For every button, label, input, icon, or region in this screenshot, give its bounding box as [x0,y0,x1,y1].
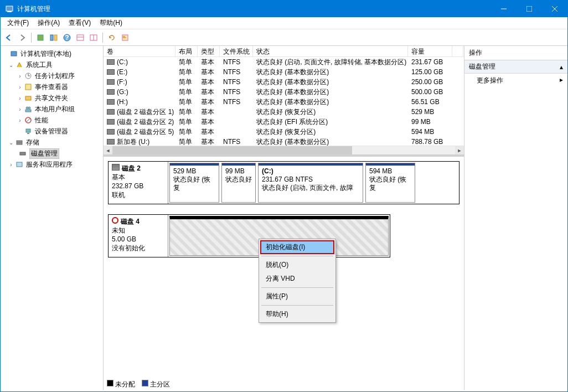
svg-rect-32 [17,143,22,145]
volume-list: 卷 布局 类型 文件系统 状态 容量 (C:)简单基本NTFS状态良好 (启动,… [104,46,464,157]
app-icon [5,4,14,13]
actions-header: 操作 [464,46,567,60]
titlebar: 计算机管理 [1,1,567,17]
disk-4-info: 磁盘 4 未知 5.00 GB 没有初始化 [109,215,168,257]
svg-rect-31 [17,141,22,142]
disk-graphical-view: 磁盘 2 基本 232.87 GB 联机 529 MB状态良好 (恢复 99 M… [104,157,464,390]
menu-help[interactable]: 帮助(H) [95,17,127,29]
ctx-initialize-disk[interactable]: 初始化磁盘(I) [260,240,334,254]
svg-rect-8 [54,35,57,40]
scroll-left-icon[interactable]: ◄ [104,146,112,155]
tree-event-viewer[interactable]: ›事件查看器 [2,81,102,92]
actions-pane: 操作 磁盘管理▴ 更多操作▸ [464,46,567,390]
forward-button[interactable] [16,32,28,44]
svg-rect-1 [7,11,12,12]
menubar: 文件(F) 操作(A) 查看(V) 帮助(H) [1,17,567,29]
tree-services[interactable]: ›服务和应用程序 [2,159,102,170]
scroll-right-icon[interactable]: ► [455,146,464,155]
toolbar: ? [1,29,567,46]
properties-button[interactable] [119,32,131,44]
tree-system-tools[interactable]: ⌄系统工具 [2,59,102,70]
ctx-detach-vhd[interactable]: 分离 VHD [260,272,334,286]
ctx-help[interactable]: 帮助(H) [260,307,334,321]
svg-rect-29 [26,129,30,132]
disk2-partition-5[interactable]: 594 MB状态良好 (恢复 [365,163,415,203]
tree-performance[interactable]: ›性能 [2,115,102,126]
volume-row[interactable]: (磁盘 2 磁盘分区 2)简单基本状态良好 (EFI 系统分区)99 MB [104,117,464,127]
svg-rect-18 [11,51,17,56]
svg-rect-23 [25,96,31,100]
ctx-offline[interactable]: 脱机(O) [260,258,334,272]
col-filesystem[interactable]: 文件系统 [220,46,253,56]
disk-2-row[interactable]: 磁盘 2 基本 232.87 GB 联机 529 MB状态良好 (恢复 99 M… [108,161,459,204]
tree-local-users[interactable]: ›本地用户和组 [2,104,102,115]
col-capacity[interactable]: 容量 [408,46,452,56]
legend-primary-swatch [142,380,148,386]
legend-unallocated-swatch [107,380,113,386]
ctx-properties[interactable]: 属性(P) [260,290,334,303]
minimize-button[interactable] [491,1,517,17]
help-icon[interactable]: ? [61,32,73,44]
disk-icon [112,164,120,171]
volume-row[interactable]: (E:)简单基本NTFS状态良好 (基本数据分区)125.00 GB [104,67,464,77]
actions-section-diskmgmt[interactable]: 磁盘管理▴ [464,60,567,74]
tree-task-scheduler[interactable]: ›任务计划程序 [2,70,102,81]
tree-root[interactable]: 计算机管理(本地) [2,48,102,59]
menu-action[interactable]: 操作(A) [33,17,64,29]
col-status[interactable]: 状态 [253,46,408,56]
col-layout[interactable]: 布局 [175,46,198,56]
svg-rect-33 [20,152,25,155]
collapse-icon: ▴ [560,63,563,71]
svg-text:?: ? [65,34,69,42]
disk-2-info: 磁盘 2 基本 232.87 GB 联机 [109,162,168,204]
svg-line-28 [26,118,30,122]
horizontal-scrollbar[interactable]: ◄ ► [104,146,464,154]
view-list-button[interactable] [74,32,86,44]
volume-row[interactable]: (C:)简单基本NTFS状态良好 (启动, 页面文件, 故障转储, 基本数据分区… [104,57,464,67]
tree-shared-folders[interactable]: ›共享文件夹 [2,92,102,104]
svg-rect-26 [25,110,31,112]
volume-row[interactable]: (H:)简单基本NTFS状态良好 (基本数据分区)56.51 GB [104,97,464,107]
disk2-partition-2[interactable]: 99 MB状态良好 [221,163,256,203]
svg-rect-3 [526,6,532,12]
svg-point-25 [28,107,30,109]
nav-tree[interactable]: 计算机管理(本地) ⌄系统工具 ›任务计划程序 ›事件查看器 ›共享文件夹 ›本… [1,46,104,390]
show-hide-button[interactable] [48,32,60,44]
svg-point-24 [26,107,28,109]
svg-rect-11 [77,35,84,40]
menu-view[interactable]: 查看(V) [64,17,95,29]
svg-rect-22 [25,84,31,90]
view-detail-button[interactable] [87,32,100,44]
window-title: 计算机管理 [17,4,491,14]
tree-storage[interactable]: ⌄存储 [2,137,102,148]
actions-more[interactable]: 更多操作▸ [464,74,567,87]
volume-row[interactable]: (F:)简单基本NTFS状态良好 (基本数据分区)250.00 GB [104,77,464,87]
volume-row[interactable]: 新加卷 (U:)简单基本NTFS状态良好 (基本数据分区)788.78 GB [104,137,464,146]
svg-rect-6 [38,35,43,40]
col-type[interactable]: 类型 [198,46,220,56]
svg-rect-7 [50,35,53,40]
svg-rect-0 [6,6,13,11]
volume-row[interactable]: (G:)简单基本NTFS状态良好 (基本数据分区)500.00 GB [104,87,464,97]
context-menu: 初始化磁盘(I) 脱机(O) 分离 VHD 属性(P) 帮助(H) [259,239,336,323]
volume-row[interactable]: (磁盘 2 磁盘分区 5)简单基本状态良好 (恢复分区)594 MB [104,127,464,137]
uninitialized-disk-icon [112,217,118,224]
svg-rect-34 [17,162,22,167]
close-button[interactable] [542,1,567,17]
up-button[interactable] [34,32,47,44]
svg-rect-30 [27,133,29,134]
disk2-partition-1[interactable]: 529 MB状态良好 (恢复 [169,163,219,203]
tree-device-manager[interactable]: 设备管理器 [2,126,102,137]
col-volume[interactable]: 卷 [104,46,175,56]
volume-row[interactable]: (磁盘 2 磁盘分区 1)简单基本状态良好 (恢复分区)529 MB [104,107,464,117]
refresh-button[interactable] [106,32,118,44]
maximize-button[interactable] [517,1,542,17]
menu-file[interactable]: 文件(F) [3,17,33,29]
disk2-partition-c[interactable]: (C:)231.67 GB NTFS状态良好 (启动, 页面文件, 故障 [258,163,363,203]
tree-disk-management[interactable]: 磁盘管理 [2,148,102,159]
legend: 未分配 主分区 [107,380,170,389]
disk-4-row[interactable]: 磁盘 4 未知 5.00 GB 没有初始化 [108,214,390,257]
back-button[interactable] [3,32,15,44]
volume-list-header[interactable]: 卷 布局 类型 文件系统 状态 容量 [104,46,464,57]
